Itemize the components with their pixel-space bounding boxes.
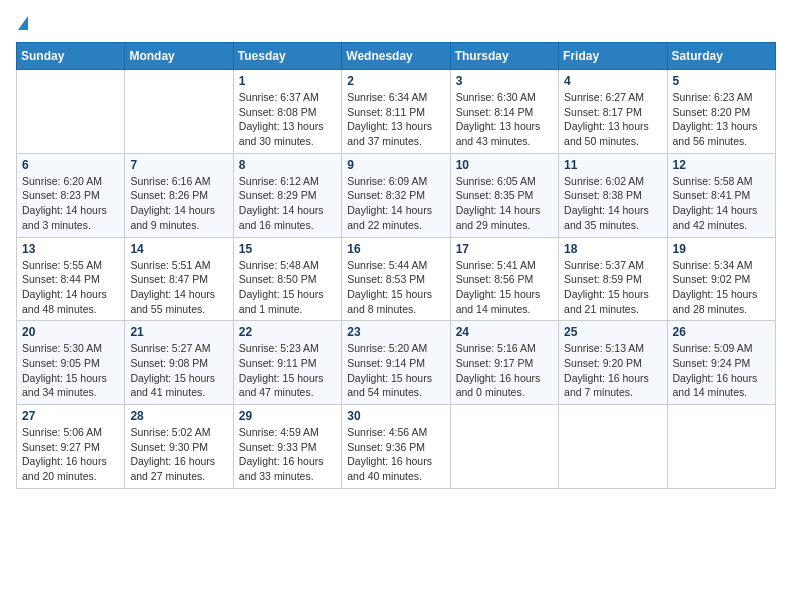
calendar-cell: 14Sunrise: 5:51 AMSunset: 8:47 PMDayligh… bbox=[125, 237, 233, 321]
calendar-cell: 3Sunrise: 6:30 AMSunset: 8:14 PMDaylight… bbox=[450, 70, 558, 154]
calendar-cell bbox=[125, 70, 233, 154]
calendar-cell: 18Sunrise: 5:37 AMSunset: 8:59 PMDayligh… bbox=[559, 237, 667, 321]
day-info: Sunrise: 4:56 AMSunset: 9:36 PMDaylight:… bbox=[347, 425, 444, 484]
day-number: 23 bbox=[347, 325, 444, 339]
calendar-week-row: 27Sunrise: 5:06 AMSunset: 9:27 PMDayligh… bbox=[17, 405, 776, 489]
day-number: 29 bbox=[239, 409, 336, 423]
calendar-cell bbox=[450, 405, 558, 489]
logo bbox=[16, 16, 28, 30]
calendar-cell: 4Sunrise: 6:27 AMSunset: 8:17 PMDaylight… bbox=[559, 70, 667, 154]
day-number: 16 bbox=[347, 242, 444, 256]
day-header-monday: Monday bbox=[125, 43, 233, 70]
day-info: Sunrise: 5:20 AMSunset: 9:14 PMDaylight:… bbox=[347, 341, 444, 400]
calendar-cell: 17Sunrise: 5:41 AMSunset: 8:56 PMDayligh… bbox=[450, 237, 558, 321]
calendar-cell: 22Sunrise: 5:23 AMSunset: 9:11 PMDayligh… bbox=[233, 321, 341, 405]
day-header-tuesday: Tuesday bbox=[233, 43, 341, 70]
day-info: Sunrise: 5:09 AMSunset: 9:24 PMDaylight:… bbox=[673, 341, 770, 400]
day-info: Sunrise: 6:34 AMSunset: 8:11 PMDaylight:… bbox=[347, 90, 444, 149]
calendar-cell: 21Sunrise: 5:27 AMSunset: 9:08 PMDayligh… bbox=[125, 321, 233, 405]
calendar-cell: 23Sunrise: 5:20 AMSunset: 9:14 PMDayligh… bbox=[342, 321, 450, 405]
calendar-cell bbox=[559, 405, 667, 489]
header bbox=[16, 16, 776, 30]
day-info: Sunrise: 5:41 AMSunset: 8:56 PMDaylight:… bbox=[456, 258, 553, 317]
calendar-week-row: 1Sunrise: 6:37 AMSunset: 8:08 PMDaylight… bbox=[17, 70, 776, 154]
day-info: Sunrise: 5:58 AMSunset: 8:41 PMDaylight:… bbox=[673, 174, 770, 233]
calendar-table: SundayMondayTuesdayWednesdayThursdayFrid… bbox=[16, 42, 776, 489]
day-info: Sunrise: 5:37 AMSunset: 8:59 PMDaylight:… bbox=[564, 258, 661, 317]
day-info: Sunrise: 4:59 AMSunset: 9:33 PMDaylight:… bbox=[239, 425, 336, 484]
day-number: 10 bbox=[456, 158, 553, 172]
day-info: Sunrise: 5:51 AMSunset: 8:47 PMDaylight:… bbox=[130, 258, 227, 317]
day-header-sunday: Sunday bbox=[17, 43, 125, 70]
calendar-cell: 1Sunrise: 6:37 AMSunset: 8:08 PMDaylight… bbox=[233, 70, 341, 154]
day-number: 6 bbox=[22, 158, 119, 172]
calendar-header-row: SundayMondayTuesdayWednesdayThursdayFrid… bbox=[17, 43, 776, 70]
calendar-week-row: 20Sunrise: 5:30 AMSunset: 9:05 PMDayligh… bbox=[17, 321, 776, 405]
day-info: Sunrise: 5:30 AMSunset: 9:05 PMDaylight:… bbox=[22, 341, 119, 400]
day-info: Sunrise: 6:20 AMSunset: 8:23 PMDaylight:… bbox=[22, 174, 119, 233]
calendar-cell: 2Sunrise: 6:34 AMSunset: 8:11 PMDaylight… bbox=[342, 70, 450, 154]
calendar-cell: 19Sunrise: 5:34 AMSunset: 9:02 PMDayligh… bbox=[667, 237, 775, 321]
day-number: 9 bbox=[347, 158, 444, 172]
calendar-cell bbox=[17, 70, 125, 154]
day-info: Sunrise: 6:16 AMSunset: 8:26 PMDaylight:… bbox=[130, 174, 227, 233]
day-number: 15 bbox=[239, 242, 336, 256]
calendar-cell: 15Sunrise: 5:48 AMSunset: 8:50 PMDayligh… bbox=[233, 237, 341, 321]
day-info: Sunrise: 6:27 AMSunset: 8:17 PMDaylight:… bbox=[564, 90, 661, 149]
day-number: 5 bbox=[673, 74, 770, 88]
day-header-wednesday: Wednesday bbox=[342, 43, 450, 70]
calendar-cell: 25Sunrise: 5:13 AMSunset: 9:20 PMDayligh… bbox=[559, 321, 667, 405]
calendar-cell: 6Sunrise: 6:20 AMSunset: 8:23 PMDaylight… bbox=[17, 153, 125, 237]
day-number: 20 bbox=[22, 325, 119, 339]
day-info: Sunrise: 5:06 AMSunset: 9:27 PMDaylight:… bbox=[22, 425, 119, 484]
day-info: Sunrise: 5:13 AMSunset: 9:20 PMDaylight:… bbox=[564, 341, 661, 400]
calendar-cell: 26Sunrise: 5:09 AMSunset: 9:24 PMDayligh… bbox=[667, 321, 775, 405]
day-info: Sunrise: 5:02 AMSunset: 9:30 PMDaylight:… bbox=[130, 425, 227, 484]
day-number: 21 bbox=[130, 325, 227, 339]
day-number: 25 bbox=[564, 325, 661, 339]
calendar-cell: 27Sunrise: 5:06 AMSunset: 9:27 PMDayligh… bbox=[17, 405, 125, 489]
day-number: 30 bbox=[347, 409, 444, 423]
day-info: Sunrise: 5:27 AMSunset: 9:08 PMDaylight:… bbox=[130, 341, 227, 400]
calendar-cell: 16Sunrise: 5:44 AMSunset: 8:53 PMDayligh… bbox=[342, 237, 450, 321]
calendar-cell: 24Sunrise: 5:16 AMSunset: 9:17 PMDayligh… bbox=[450, 321, 558, 405]
calendar-cell: 28Sunrise: 5:02 AMSunset: 9:30 PMDayligh… bbox=[125, 405, 233, 489]
day-info: Sunrise: 6:02 AMSunset: 8:38 PMDaylight:… bbox=[564, 174, 661, 233]
day-number: 22 bbox=[239, 325, 336, 339]
day-header-saturday: Saturday bbox=[667, 43, 775, 70]
day-number: 8 bbox=[239, 158, 336, 172]
day-number: 26 bbox=[673, 325, 770, 339]
calendar-cell: 12Sunrise: 5:58 AMSunset: 8:41 PMDayligh… bbox=[667, 153, 775, 237]
calendar-cell: 8Sunrise: 6:12 AMSunset: 8:29 PMDaylight… bbox=[233, 153, 341, 237]
day-info: Sunrise: 6:12 AMSunset: 8:29 PMDaylight:… bbox=[239, 174, 336, 233]
day-number: 14 bbox=[130, 242, 227, 256]
day-number: 11 bbox=[564, 158, 661, 172]
day-number: 13 bbox=[22, 242, 119, 256]
day-number: 19 bbox=[673, 242, 770, 256]
day-number: 18 bbox=[564, 242, 661, 256]
day-number: 17 bbox=[456, 242, 553, 256]
day-info: Sunrise: 6:37 AMSunset: 8:08 PMDaylight:… bbox=[239, 90, 336, 149]
calendar-week-row: 6Sunrise: 6:20 AMSunset: 8:23 PMDaylight… bbox=[17, 153, 776, 237]
day-info: Sunrise: 6:30 AMSunset: 8:14 PMDaylight:… bbox=[456, 90, 553, 149]
calendar-cell: 20Sunrise: 5:30 AMSunset: 9:05 PMDayligh… bbox=[17, 321, 125, 405]
day-number: 3 bbox=[456, 74, 553, 88]
day-info: Sunrise: 5:48 AMSunset: 8:50 PMDaylight:… bbox=[239, 258, 336, 317]
logo-triangle-icon bbox=[18, 16, 28, 30]
calendar-cell: 29Sunrise: 4:59 AMSunset: 9:33 PMDayligh… bbox=[233, 405, 341, 489]
calendar-cell: 13Sunrise: 5:55 AMSunset: 8:44 PMDayligh… bbox=[17, 237, 125, 321]
day-header-friday: Friday bbox=[559, 43, 667, 70]
day-number: 12 bbox=[673, 158, 770, 172]
day-info: Sunrise: 5:16 AMSunset: 9:17 PMDaylight:… bbox=[456, 341, 553, 400]
day-number: 7 bbox=[130, 158, 227, 172]
day-info: Sunrise: 6:23 AMSunset: 8:20 PMDaylight:… bbox=[673, 90, 770, 149]
day-number: 24 bbox=[456, 325, 553, 339]
day-number: 1 bbox=[239, 74, 336, 88]
day-info: Sunrise: 5:34 AMSunset: 9:02 PMDaylight:… bbox=[673, 258, 770, 317]
day-number: 4 bbox=[564, 74, 661, 88]
day-number: 28 bbox=[130, 409, 227, 423]
calendar-cell: 9Sunrise: 6:09 AMSunset: 8:32 PMDaylight… bbox=[342, 153, 450, 237]
day-header-thursday: Thursday bbox=[450, 43, 558, 70]
day-info: Sunrise: 5:23 AMSunset: 9:11 PMDaylight:… bbox=[239, 341, 336, 400]
day-info: Sunrise: 6:09 AMSunset: 8:32 PMDaylight:… bbox=[347, 174, 444, 233]
